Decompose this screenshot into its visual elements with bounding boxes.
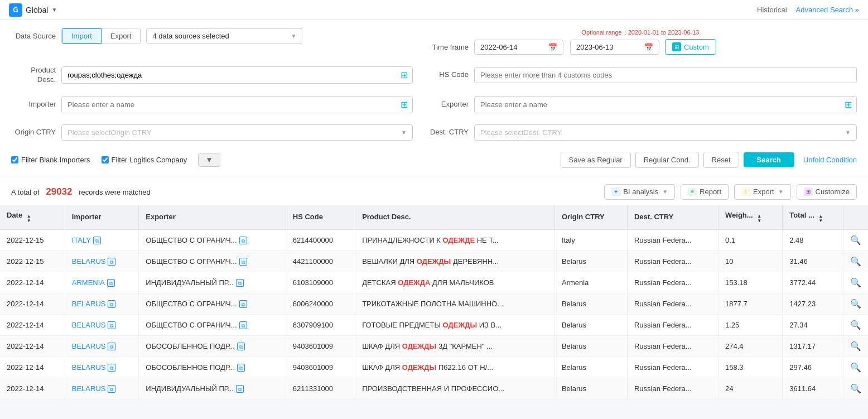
hs-code-input[interactable] bbox=[475, 68, 856, 83]
exporter-copy-icon[interactable]: ⧉ bbox=[239, 321, 247, 329]
exporter-icon-btn[interactable]: ⊞ bbox=[840, 97, 856, 113]
exporter-copy-icon[interactable]: ⧉ bbox=[239, 258, 247, 266]
col-exporter[interactable]: Exporter bbox=[139, 205, 286, 229]
row-search-icon[interactable]: 🔍 bbox=[850, 384, 861, 393]
importer-copy-icon[interactable]: ⧉ bbox=[93, 237, 101, 244]
cell-weight: 1877.7 bbox=[718, 293, 783, 314]
cell-search-btn[interactable]: 🔍 bbox=[843, 272, 869, 293]
data-sources-dropdown[interactable]: 4 data sources selected ▼ bbox=[146, 28, 302, 44]
exporter-copy-icon[interactable]: ⧉ bbox=[236, 385, 244, 393]
importer-input-wrap: ⊞ bbox=[61, 96, 413, 113]
exporter-copy-icon[interactable]: ⧉ bbox=[239, 300, 247, 308]
global-dropdown-arrow[interactable]: ▼ bbox=[51, 7, 57, 13]
cell-product-desc: ПРОИЗВОДСТВЕННАЯ И ПРОФЕССИО... bbox=[355, 378, 555, 399]
row-search-icon[interactable]: 🔍 bbox=[850, 341, 861, 351]
row-search-icon[interactable]: 🔍 bbox=[850, 278, 861, 287]
data-source-row: Data Source Import Export 4 data sources… bbox=[11, 28, 413, 44]
export-button[interactable]: ↑ Export ▼ bbox=[734, 184, 790, 200]
cell-weight: 24 bbox=[718, 378, 783, 399]
cell-search-btn[interactable]: 🔍 bbox=[843, 357, 869, 378]
col-total[interactable]: Total ... ▲▼ bbox=[783, 205, 843, 229]
cell-exporter: ОБЩЕСТВО С ОГРАНИЧ...⧉ bbox=[139, 293, 286, 314]
cell-search-btn[interactable]: 🔍 bbox=[843, 293, 869, 314]
date-from-icon: 📅 bbox=[548, 43, 557, 51]
exporter-copy-icon[interactable]: ⧉ bbox=[236, 279, 244, 287]
row-search-icon[interactable]: 🔍 bbox=[850, 299, 861, 309]
importer-copy-icon[interactable]: ⧉ bbox=[108, 258, 115, 266]
cell-total: 31.46 bbox=[783, 251, 843, 272]
origin-ctry-arrow: ▼ bbox=[401, 129, 407, 136]
export-icon: ↑ bbox=[741, 187, 750, 196]
cell-weight: 1.25 bbox=[718, 314, 783, 335]
filter-blank-importers-checkbox[interactable]: Filter Blank Importers bbox=[11, 156, 90, 164]
cell-origin-ctry: Belarus bbox=[554, 293, 627, 314]
cell-weight: 10 bbox=[718, 251, 783, 272]
col-dest-ctry[interactable]: Dest. CTRY bbox=[627, 205, 718, 229]
import-btn[interactable]: Import bbox=[62, 28, 102, 44]
importer-icon-btn[interactable]: ⊞ bbox=[396, 97, 412, 113]
export-btn[interactable]: Export bbox=[102, 28, 141, 44]
bi-analysis-label: BI analysis bbox=[623, 187, 658, 196]
row-search-icon[interactable]: 🔍 bbox=[850, 257, 861, 266]
hs-code-panel: HS Code bbox=[413, 67, 857, 89]
regular-cond-button[interactable]: Regular Cond. bbox=[635, 152, 699, 168]
search-button[interactable]: Search bbox=[744, 152, 794, 167]
collapse-button[interactable]: ▼ bbox=[198, 153, 220, 167]
weight-sort-arrows: ▲▼ bbox=[757, 214, 761, 223]
importer-copy-icon[interactable]: ⧉ bbox=[108, 300, 115, 308]
historical-link[interactable]: Historical bbox=[757, 6, 787, 14]
cell-dest-ctry: Russian Federa... bbox=[627, 314, 718, 335]
save-as-regular-button[interactable]: Save as Regular bbox=[561, 152, 631, 168]
date-from-input[interactable]: 2022-06-14 📅 bbox=[474, 40, 563, 55]
product-desc-icon-btn[interactable]: ⊞ bbox=[396, 67, 412, 83]
customize-button[interactable]: ⊞ Customize bbox=[797, 184, 857, 200]
cell-search-btn[interactable]: 🔍 bbox=[843, 335, 869, 357]
importer-copy-icon[interactable]: ⧉ bbox=[108, 343, 115, 350]
exporter-copy-icon[interactable]: ⧉ bbox=[239, 237, 247, 244]
cell-search-btn[interactable]: 🔍 bbox=[843, 378, 869, 399]
exporter-copy-icon[interactable]: ⧉ bbox=[237, 364, 245, 372]
report-button[interactable]: ≡ Report bbox=[681, 184, 729, 200]
importer-copy-icon[interactable]: ⧉ bbox=[108, 385, 115, 393]
exporter-input[interactable] bbox=[475, 97, 840, 112]
product-desc-label: ProductDesc. bbox=[11, 66, 61, 85]
cell-search-btn[interactable]: 🔍 bbox=[843, 229, 869, 251]
cell-search-btn[interactable]: 🔍 bbox=[843, 314, 869, 335]
exporter-copy-icon[interactable]: ⧉ bbox=[237, 343, 245, 350]
importer-copy-icon[interactable]: ⧉ bbox=[107, 279, 115, 287]
report-label: Report bbox=[700, 187, 721, 196]
origin-ctry-select[interactable]: Please selectOrigin CTRY ▼ bbox=[61, 124, 413, 141]
product-desc-input[interactable] bbox=[62, 68, 396, 83]
importer-input[interactable] bbox=[62, 97, 396, 112]
row-search-icon[interactable]: 🔍 bbox=[850, 320, 861, 330]
table-row: 2022-12-14 BELARUS⧉ ИНДИВИДУАЛЬНЫЙ ПР...… bbox=[0, 378, 868, 399]
col-hs-code[interactable]: HS Code bbox=[286, 205, 355, 229]
importer-copy-icon[interactable]: ⧉ bbox=[108, 321, 115, 329]
importer-copy-icon[interactable]: ⧉ bbox=[108, 364, 115, 372]
dest-ctry-select[interactable]: Please selectDest. CTRY ▼ bbox=[474, 124, 857, 141]
col-importer[interactable]: Importer bbox=[65, 205, 139, 229]
date-to-input[interactable]: 2023-06-13 📅 bbox=[570, 40, 659, 55]
row-search-icon[interactable]: 🔍 bbox=[850, 363, 861, 372]
col-weight[interactable]: Weigh... ▲▼ bbox=[718, 205, 783, 229]
product-desc-panel: ProductDesc. ⊞ bbox=[11, 66, 413, 90]
col-origin-ctry[interactable]: Origin CTRY bbox=[554, 205, 627, 229]
reset-button[interactable]: Reset bbox=[703, 152, 739, 168]
cell-total: 27.34 bbox=[783, 314, 843, 335]
bi-analysis-arrow: ▼ bbox=[662, 189, 668, 195]
col-product-desc[interactable]: Product Desc. bbox=[355, 205, 555, 229]
custom-button[interactable]: ⊞ Custom bbox=[665, 39, 716, 55]
cell-origin-ctry: Belarus bbox=[554, 314, 627, 335]
hs-code-label: HS Code bbox=[424, 70, 474, 80]
cell-origin-ctry: Belarus bbox=[554, 251, 627, 272]
cell-search-btn[interactable]: 🔍 bbox=[843, 251, 869, 272]
col-date[interactable]: Date ▲▼ bbox=[0, 205, 65, 229]
filter-blank-importers-label: Filter Blank Importers bbox=[21, 156, 90, 164]
bi-analysis-button[interactable]: ✦ BI analysis ▼ bbox=[604, 184, 675, 200]
importer-panel: Importer ⊞ bbox=[11, 96, 413, 119]
unfold-condition-link[interactable]: Unfold Condition bbox=[803, 156, 857, 164]
advanced-search-link[interactable]: Advanced Search » bbox=[796, 6, 859, 14]
row-search-icon[interactable]: 🔍 bbox=[850, 235, 861, 245]
filter-logistics-checkbox[interactable]: Filter Logitics Company bbox=[102, 156, 187, 164]
cell-dest-ctry: Russian Federa... bbox=[627, 357, 718, 378]
